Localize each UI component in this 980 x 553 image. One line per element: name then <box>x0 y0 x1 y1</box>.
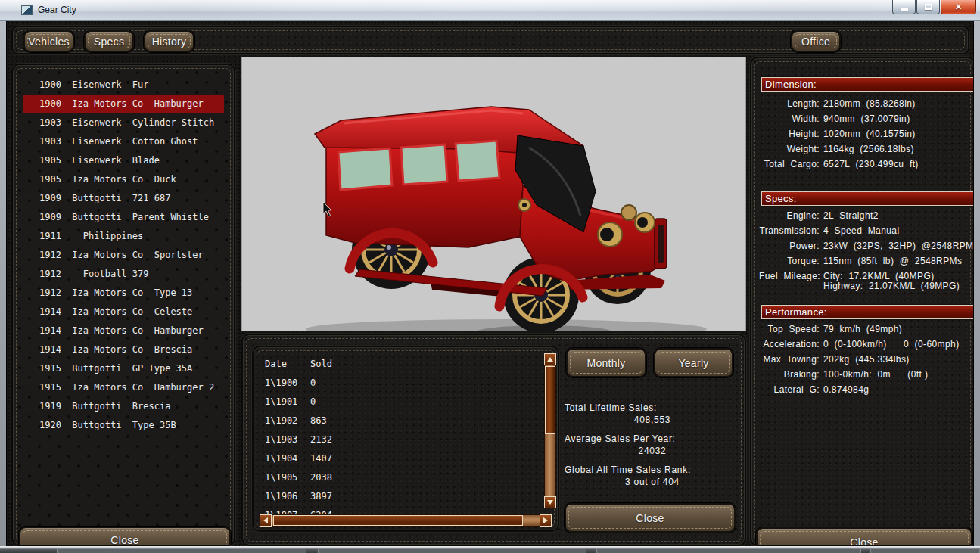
window-titlebar: Gear City ✕ <box>0 0 980 21</box>
vehicle-3d-viewport[interactable] <box>241 57 746 331</box>
toolbar-office-button[interactable]: Office <box>791 30 841 52</box>
maximize-button[interactable] <box>916 0 940 14</box>
spec-label: Total Cargo: <box>759 157 820 172</box>
sales-table: Date Sold 1\19000 1\19010 1\1902863 1\19… <box>265 355 332 525</box>
spec-label: Fuel Mileage: <box>759 269 820 291</box>
cell-date: 1\1901 <box>265 393 310 412</box>
column-header-date: Date <box>265 355 310 374</box>
horizontal-scrollbar[interactable] <box>260 514 552 527</box>
vehicle-row-selected[interactable]: 1900 Iza Motors Co Hamburger <box>23 95 224 113</box>
vehicle-row[interactable]: 1909 Buttgotti 721 687 <box>23 189 224 208</box>
spec-value: 1020mm (40.1575in) <box>823 126 972 141</box>
spec-label: Power: <box>759 238 820 253</box>
specs-section: Engine:2L Straight2 Transmission:4 Speed… <box>759 208 972 291</box>
close-icon: ✕ <box>955 2 962 12</box>
vehicle-row[interactable]: 1914 Iza Motors Co Hamburger <box>23 322 224 340</box>
sales-panel: Date Sold 1\19000 1\19010 1\1902863 1\19… <box>241 334 746 546</box>
close-window-button[interactable]: ✕ <box>941 0 976 14</box>
desktop-background: Gear City ✕ Vehicles Specs History Offic… <box>0 0 980 553</box>
sales-row[interactable]: 1\19063897 <box>265 487 332 506</box>
spec-label: Transmission: <box>759 223 820 238</box>
sales-table-panel: Date Sold 1\19000 1\19010 1\1902863 1\19… <box>252 346 559 532</box>
vertical-scroll-thumb[interactable] <box>545 366 555 434</box>
sales-row[interactable]: 1\19052038 <box>265 468 332 487</box>
cell-sold: 863 <box>310 412 327 430</box>
spec-label: Lateral G: <box>759 382 820 397</box>
arrow-down-icon <box>547 500 553 505</box>
details-panel: Dimension: Length:2180mm (85.8268in) Wid… <box>750 57 974 546</box>
vehicle-row[interactable]: 1903 Eisenwerk Cylinder Stitch <box>23 113 224 132</box>
vehicle-row[interactable]: 1900 Eisenwerk Fur <box>23 76 224 95</box>
sales-table-header: Date Sold <box>265 355 332 374</box>
vehicle-row[interactable]: 1915 Iza Motors Co Hamburger 2 <box>23 378 224 397</box>
scroll-right-button[interactable] <box>540 514 552 527</box>
specs-header: Specs: <box>761 191 974 206</box>
spec-label: Acceleration: <box>759 337 820 352</box>
cell-date: 1\1906 <box>265 487 310 506</box>
total-lifetime-sales: Total Lifetime Sales: 408,553 <box>565 402 740 426</box>
taskbar-item[interactable] <box>57 548 306 553</box>
scroll-left-button[interactable] <box>260 514 272 527</box>
toolbar-vehicles-button[interactable]: Vehicles <box>23 30 74 52</box>
vehicle-row[interactable]: 1909 Buttgotti Parent Whistle <box>23 208 224 227</box>
minimize-button[interactable] <box>892 0 916 14</box>
window-title: Gear City <box>38 5 76 15</box>
spec-row: Top Speed:79 km/h (49mph) <box>759 322 972 337</box>
vertical-scrollbar[interactable] <box>544 353 556 508</box>
taskbar-item[interactable] <box>318 548 586 553</box>
vehicle-row[interactable]: 1905 Iza Motors Co Duck <box>23 170 224 189</box>
vehicle-row[interactable]: 1911 Philippines <box>23 227 224 246</box>
spec-value: City: 17.2KM/L (40MPG) Highway: 21.07KM/… <box>823 269 972 291</box>
vehicle-row[interactable]: 1914 Iza Motors Co Celeste <box>23 303 224 322</box>
vehicle-row[interactable]: 1919 Buttgotti Brescia <box>23 397 224 416</box>
cell-sold: 2038 <box>310 468 332 487</box>
game-window: Vehicles Specs History Office 1900 Eisen… <box>6 21 974 546</box>
yearly-button[interactable]: Yearly <box>654 348 733 377</box>
sales-close-button[interactable]: Close <box>565 503 736 533</box>
vehicle-3d-render <box>241 57 746 331</box>
arrow-up-icon <box>547 357 553 362</box>
sales-row[interactable]: 1\19010 <box>265 393 332 412</box>
sales-row[interactable]: 1\19041407 <box>265 449 332 468</box>
sales-row[interactable]: 1\1902863 <box>265 412 332 430</box>
sales-row[interactable]: 1\19000 <box>265 374 332 393</box>
monthly-button[interactable]: Monthly <box>566 348 646 377</box>
details-close-button[interactable]: Close <box>756 527 972 546</box>
vehicle-row[interactable]: 1905 Eisenwerk Blade <box>23 151 224 170</box>
arrow-right-icon <box>543 517 548 523</box>
toolbar-history-button[interactable]: History <box>144 30 194 52</box>
app-icon <box>21 5 33 15</box>
vehicle-row[interactable]: 1915 Buttgotti GP Type 35A <box>23 359 224 378</box>
vehicle-row[interactable]: 1912 Football 379 <box>23 265 224 284</box>
scroll-down-button[interactable] <box>544 496 556 508</box>
spec-value: 115nm (85ft lb) @ 2548RPMs <box>823 253 972 269</box>
spec-row: Fuel Mileage:City: 17.2KM/L (40MPG) High… <box>759 269 972 291</box>
horizontal-scroll-thumb[interactable] <box>273 515 523 526</box>
sales-row[interactable]: 1\19032132 <box>265 430 332 449</box>
spec-label: Torque: <box>759 253 820 269</box>
taskbar-item[interactable] <box>870 548 980 553</box>
vehicle-row[interactable]: 1912 Iza Motors Co Sportster <box>23 246 224 265</box>
cell-sold: 1407 <box>310 449 332 468</box>
spec-value: 23kW (32PS, 32HP) @2548RPMs <box>823 238 974 253</box>
spec-row: Height:1020mm (40.1575in) <box>759 126 972 141</box>
taskbar-item[interactable] <box>596 548 861 553</box>
spec-row: Max Towing:202kg (445.334lbs) <box>759 352 972 367</box>
toolbar-specs-button[interactable]: Specs <box>84 30 134 52</box>
spec-label: Length: <box>759 96 820 111</box>
spec-value: 100-0km/h: 0m (0ft ) <box>823 367 972 382</box>
spec-row: Length:2180mm (85.8268in) <box>759 96 972 111</box>
spec-value: 1164kg (2566.18lbs) <box>823 141 972 157</box>
vehicle-row[interactable]: 1920 Buttgotti Type 35B <box>23 416 224 435</box>
spec-row: Braking:100-0km/h: 0m (0ft ) <box>759 367 972 382</box>
spec-row: Width:940mm (37.0079in) <box>759 111 972 126</box>
scroll-up-button[interactable] <box>544 353 556 365</box>
vehicle-row[interactable]: 1912 Iza Motors Co Type 13 <box>23 284 224 303</box>
window-controls: ✕ <box>892 0 976 14</box>
vehicle-list-close-button[interactable]: Close <box>19 527 231 546</box>
performance-section: Top Speed:79 km/h (49mph) Acceleration:0… <box>759 322 972 397</box>
vehicle-row[interactable]: 1914 Iza Motors Co Brescia <box>23 340 224 359</box>
vehicle-row[interactable]: 1903 Eisenwerk Cotton Ghost <box>23 132 224 151</box>
total-sales-value: 408,553 <box>565 414 740 426</box>
spec-value: 202kg (445.334lbs) <box>823 352 972 367</box>
